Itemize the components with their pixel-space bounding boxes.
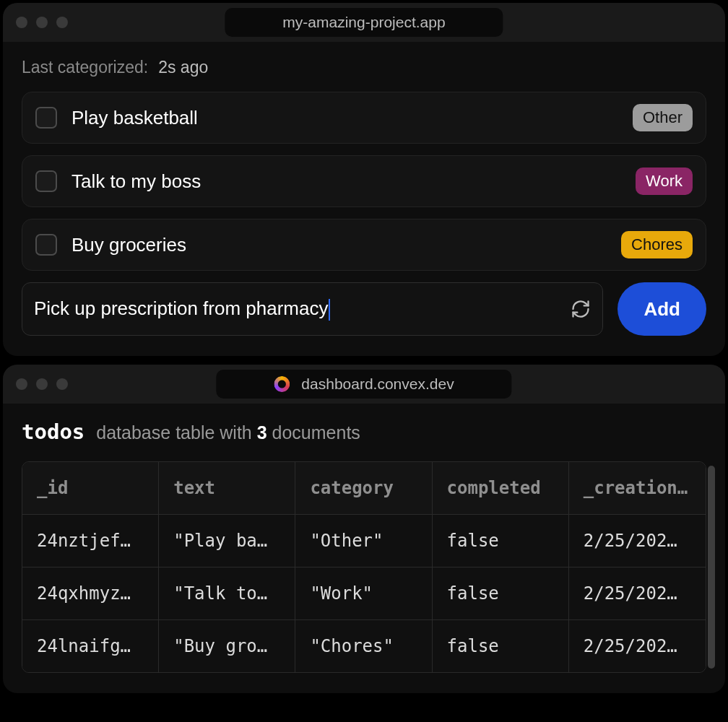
table-header-row: _idtextcategorycompleted_creationTim… [22, 462, 706, 515]
cell-text: "Buy gro… [159, 620, 295, 672]
cell-text: "Talk to… [159, 567, 295, 620]
column-header[interactable]: category [295, 462, 432, 515]
cell-_creationTime: 2/25/202… [569, 567, 706, 620]
table-desc: database table with 3 documents [96, 422, 360, 443]
text-caret [329, 299, 330, 321]
cell-text: "Play ba… [159, 515, 295, 567]
cell-_id: 24nztjef… [22, 515, 159, 567]
new-todo-input[interactable]: Pick up prescription from pharmacy [22, 282, 603, 336]
traffic-lights [16, 378, 68, 390]
todo-checkbox[interactable] [35, 107, 57, 129]
cell-category: "Chores" [295, 620, 432, 672]
cell-completed: false [433, 620, 569, 672]
column-header[interactable]: _creationTim… [569, 462, 706, 515]
convex-favicon-icon [274, 376, 290, 392]
table-header-line: todos database table with 3 documents [22, 419, 706, 444]
status-value: 2s ago [158, 58, 208, 77]
titlebar: dashboard.convex.dev [3, 365, 725, 404]
category-badge: Work [636, 168, 693, 195]
table-name: todos [22, 419, 84, 444]
new-todo-row: Pick up prescription from pharmacy Add [22, 282, 706, 336]
table-body: 24nztjef…"Play ba…"Other"false2/25/202…2… [22, 515, 706, 672]
cell-category: "Work" [295, 567, 432, 620]
todo-checkbox[interactable] [35, 234, 57, 256]
todo-list: Play basketballOtherTalk to my bossWorkB… [22, 92, 706, 271]
cell-completed: false [433, 515, 569, 567]
cell-_creationTime: 2/25/202… [569, 515, 706, 567]
close-icon[interactable] [16, 378, 27, 390]
new-todo-value: Pick up prescription from pharmacy [34, 297, 571, 321]
cell-category: "Other" [295, 515, 432, 567]
add-button[interactable]: Add [618, 282, 706, 336]
table-row[interactable]: 24lnaifg…"Buy gro…"Chores"false2/25/202… [22, 620, 706, 672]
address-text: dashboard.convex.dev [301, 375, 454, 393]
cell-_creationTime: 2/25/202… [569, 620, 706, 672]
last-categorized-status: Last categorized: 2s ago [22, 58, 706, 77]
minimize-icon[interactable] [36, 378, 48, 390]
todo-item: Play basketballOther [22, 92, 706, 144]
todo-text: Play basketball [72, 107, 618, 129]
todo-text: Talk to my boss [72, 170, 621, 193]
maximize-icon[interactable] [56, 17, 68, 28]
todo-text: Buy groceries [72, 234, 607, 256]
dashboard-window: dashboard.convex.dev todos database tabl… [3, 365, 725, 693]
cell-_id: 24qxhmyz… [22, 567, 159, 620]
status-label: Last categorized: [22, 58, 148, 77]
maximize-icon[interactable] [56, 378, 68, 390]
titlebar: my-amazing-project.app [3, 3, 725, 42]
table-container: _idtextcategorycompleted_creationTim… 24… [22, 461, 706, 673]
table-row[interactable]: 24qxhmyz…"Talk to…"Work"false2/25/202… [22, 567, 706, 620]
category-badge: Chores [621, 231, 693, 258]
app-body: Last categorized: 2s ago Play basketball… [3, 42, 725, 356]
refresh-icon[interactable] [571, 299, 591, 319]
app-window: my-amazing-project.app Last categorized:… [3, 3, 725, 356]
address-bar[interactable]: dashboard.convex.dev [216, 370, 511, 399]
scrollbar[interactable] [708, 466, 715, 669]
column-header[interactable]: _id [22, 462, 159, 515]
cell-completed: false [433, 567, 569, 620]
data-table: _idtextcategorycompleted_creationTim… 24… [22, 461, 706, 673]
address-text: my-amazing-project.app [282, 14, 445, 31]
minimize-icon[interactable] [36, 17, 48, 28]
address-bar[interactable]: my-amazing-project.app [225, 8, 503, 37]
close-icon[interactable] [16, 17, 27, 28]
category-badge: Other [633, 104, 693, 131]
todo-item: Buy groceriesChores [22, 219, 706, 271]
todo-checkbox[interactable] [35, 170, 57, 192]
traffic-lights [16, 17, 68, 28]
column-header[interactable]: text [159, 462, 295, 515]
dashboard-body: todos database table with 3 documents _i… [3, 404, 725, 693]
cell-_id: 24lnaifg… [22, 620, 159, 672]
table-row[interactable]: 24nztjef…"Play ba…"Other"false2/25/202… [22, 515, 706, 567]
column-header[interactable]: completed [433, 462, 569, 515]
todo-item: Talk to my bossWork [22, 155, 706, 207]
